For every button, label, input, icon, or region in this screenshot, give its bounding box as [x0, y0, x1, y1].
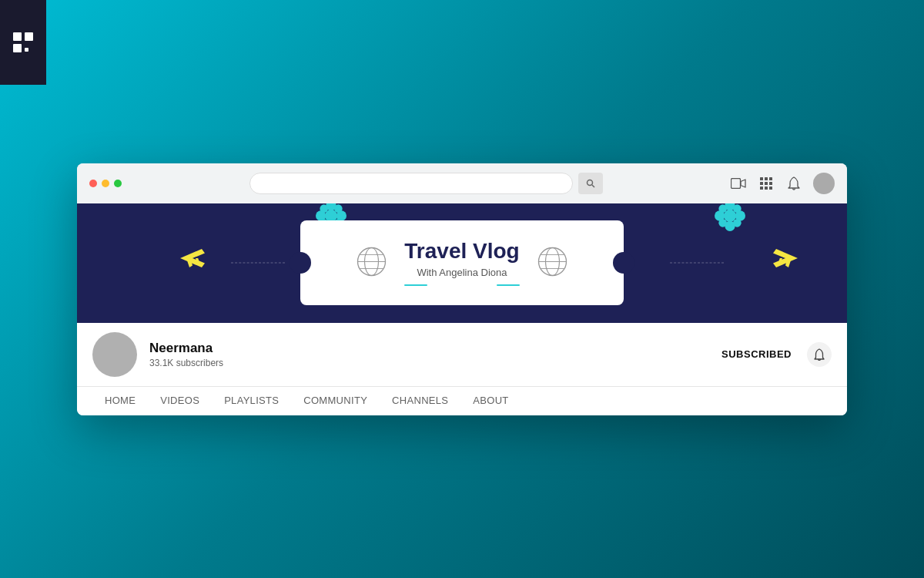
deco-dashed-left	[231, 263, 285, 264]
subscribed-button[interactable]: SUBSCRIBED	[714, 344, 799, 365]
svg-rect-7	[760, 177, 763, 180]
ticket-text: Travel Vlog With Angelina Diona	[404, 240, 519, 286]
minimize-dot[interactable]	[102, 180, 109, 187]
channel-title: Travel Vlog	[404, 240, 519, 264]
svg-rect-0	[13, 32, 22, 41]
svg-rect-1	[25, 32, 33, 41]
svg-rect-3	[25, 48, 28, 52]
svg-point-4	[588, 180, 593, 185]
nav-tab-about[interactable]: ABOUT	[460, 387, 521, 415]
airplane-left-decoration	[177, 246, 208, 276]
channel-banner: Travel Vlog With Angelina Diona	[77, 203, 847, 323]
flower-decoration-right	[715, 203, 745, 238]
channel-info-bar: Neermana 33.1K subscribers SUBSCRIBED	[77, 323, 847, 386]
svg-rect-12	[769, 182, 772, 185]
svg-rect-14	[765, 187, 768, 190]
subscribe-bell-icon[interactable]	[807, 342, 832, 367]
nav-tab-home[interactable]: HOME	[92, 387, 148, 415]
deco-dashed-right	[670, 263, 724, 264]
video-camera-icon[interactable]	[730, 175, 747, 192]
browser-controls	[89, 180, 122, 187]
channel-avatar	[92, 332, 137, 377]
notification-bell-icon[interactable]	[785, 175, 802, 192]
search-icon	[586, 179, 595, 188]
channel-details: Neermana 33.1K subscribers	[149, 341, 223, 368]
nav-tab-playlists[interactable]: PLAYLISTS	[212, 387, 291, 415]
channel-right-section: SUBSCRIBED	[714, 342, 832, 367]
svg-rect-8	[765, 177, 768, 180]
globe-icon-left	[354, 244, 389, 282]
channel-subtitle: With Angelina Diona	[404, 267, 519, 278]
svg-rect-13	[760, 187, 763, 190]
logo-icon	[12, 31, 35, 54]
svg-rect-10	[760, 182, 763, 185]
svg-point-33	[724, 210, 736, 222]
globe-icon-right	[535, 244, 570, 282]
channel-left-section: Neermana 33.1K subscribers	[92, 332, 223, 377]
logo-box	[0, 0, 46, 85]
apps-icon[interactable]	[758, 175, 775, 192]
airplane-right-decoration	[770, 246, 801, 276]
close-dot[interactable]	[89, 180, 97, 187]
maximize-dot[interactable]	[114, 180, 122, 187]
nav-tab-channels[interactable]: CHANNELS	[380, 387, 460, 415]
address-bar[interactable]	[249, 173, 573, 194]
yt-toolbar-icons	[730, 173, 835, 194]
nav-tab-videos[interactable]: VIDEOS	[148, 387, 212, 415]
user-avatar[interactable]	[813, 173, 835, 194]
browser-window: Travel Vlog With Angelina Diona	[77, 163, 847, 415]
svg-rect-15	[769, 187, 772, 190]
browser-toolbar	[77, 163, 847, 203]
search-button[interactable]	[578, 173, 603, 194]
svg-rect-11	[765, 182, 768, 185]
svg-rect-6	[732, 178, 741, 188]
svg-line-5	[592, 185, 594, 187]
channel-navigation: HOME VIDEOS PLAYLISTS COMMUNITY CHANNELS…	[77, 386, 847, 415]
ticket-banner: Travel Vlog With Angelina Diona	[300, 220, 624, 305]
svg-rect-9	[769, 177, 772, 180]
nav-tab-community[interactable]: COMMUNITY	[291, 387, 380, 415]
channel-subscribers: 33.1K subscribers	[149, 358, 223, 368]
svg-rect-2	[13, 44, 22, 52]
channel-name: Neermana	[149, 341, 223, 356]
